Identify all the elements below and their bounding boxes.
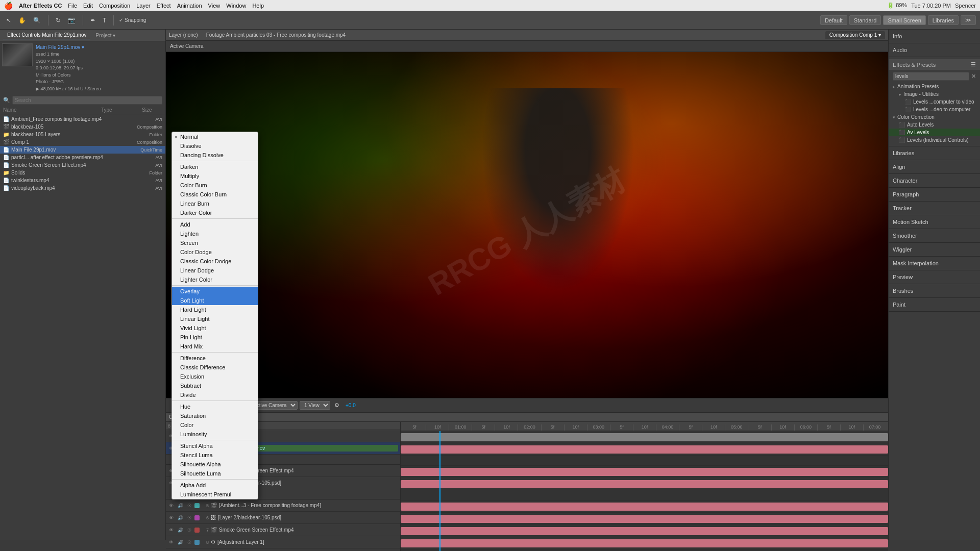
workspace-standard-btn[interactable]: Standard — [849, 15, 881, 25]
blend-hard-light[interactable]: Hard Light — [172, 305, 258, 314]
menu-effect[interactable]: Effect — [157, 3, 171, 9]
menu-layer[interactable]: Layer — [136, 3, 151, 9]
blend-darker-color[interactable]: Darker Color — [172, 208, 258, 217]
effects-tree-auto-levels[interactable]: ⬛ Auto Levels — [889, 121, 980, 129]
hand-tool-btn[interactable]: ✋ — [16, 16, 28, 25]
workspace-default-btn[interactable]: Default — [820, 15, 847, 25]
layer-row-6[interactable]: 👁 🔊 ☉ 6 🖼 [Layer 2/blackbear-105.psd] — [166, 512, 400, 524]
rotate-tool-btn[interactable]: ↻ — [54, 16, 63, 25]
layer-6-audio[interactable]: 🔊 — [177, 515, 184, 520]
blend-color[interactable]: Color — [172, 420, 258, 430]
layer-5-vis[interactable]: 👁 — [168, 503, 175, 508]
blend-luminosity[interactable]: Luminosity — [172, 430, 258, 439]
audio-label[interactable]: Audio — [889, 45, 980, 55]
file-item-blackbear-layers[interactable]: 📁 blackbear-105 Layers Folder — [0, 131, 165, 138]
file-item-twinkle[interactable]: 📄 twinklestars.mp4 AVI — [0, 177, 165, 184]
blend-dissolve[interactable]: Dissolve — [172, 141, 258, 151]
menu-file[interactable]: File — [68, 3, 77, 9]
motion-sketch-label[interactable]: Motion Sketch — [889, 217, 980, 227]
file-item-particl[interactable]: 📄 particl... after effect adobe premiere… — [0, 154, 165, 161]
menu-animation[interactable]: Animation — [177, 3, 202, 9]
layer-6-vis[interactable]: 👁 — [168, 515, 175, 520]
blend-screen[interactable]: Screen — [172, 238, 258, 247]
paragraph-label[interactable]: Paragraph — [889, 190, 980, 199]
layer-8-audio[interactable]: 🔊 — [177, 540, 184, 545]
blend-lighten[interactable]: Lighten — [172, 229, 258, 238]
workspace-expand-btn[interactable]: ≫ — [961, 15, 976, 25]
layer-row-7[interactable]: 👁 🔊 ☉ 7 🎬 Smoke Green Screen Effect.mp4 — [166, 524, 400, 536]
blend-multiply[interactable]: Multiply — [172, 171, 258, 181]
footage-selector[interactable]: Footage Ambient particles 03 - Free comp… — [206, 32, 346, 38]
file-item-comp1[interactable]: 🎬 Comp 1 Composition — [0, 138, 165, 146]
blend-color-burn[interactable]: Color Burn — [172, 181, 258, 190]
brushes-label[interactable]: Brushes — [889, 286, 980, 295]
effects-tree-levels-individual[interactable]: ⬛ Levels (Individual Controls) — [889, 136, 980, 144]
blend-exclusion[interactable]: Exclusion — [172, 372, 258, 381]
comp-tab-comp1[interactable]: Composition Comp 1 ▾ — [825, 31, 885, 39]
menu-edit[interactable]: Edit — [83, 3, 93, 9]
layer-5-solo[interactable]: ☉ — [186, 503, 192, 508]
effects-search-input[interactable] — [893, 72, 969, 81]
blend-silhouette-alpha[interactable]: Silhouette Alpha — [172, 460, 258, 469]
blend-pin-light[interactable]: Pin Light — [172, 333, 258, 342]
layer-row-9[interactable]: 👁 🔊 ☉ 9 🖼 [Background/blackbear-105.psd] — [166, 548, 400, 551]
character-label[interactable]: Character — [889, 176, 980, 185]
blend-linear-burn[interactable]: Linear Burn — [172, 199, 258, 208]
blend-soft-light[interactable]: Soft Light — [172, 296, 258, 305]
blend-stencil-luma[interactable]: Stencil Luma — [172, 450, 258, 460]
blend-vivid-light[interactable]: Vivid Light — [172, 323, 258, 333]
file-item-blackbear105[interactable]: 🎬 blackbear-105 Composition — [0, 123, 165, 131]
viewer-extras-btn[interactable]: ⚙ — [332, 401, 341, 410]
effects-close-icon[interactable]: ✕ — [971, 73, 976, 80]
effects-tree-color-correction[interactable]: ▾ Color Correction — [889, 113, 980, 121]
file-item-smoke[interactable]: 📄 Smoke Green Screen Effect.mp4 AVI — [0, 161, 165, 169]
blend-saturation[interactable]: Saturation — [172, 411, 258, 420]
layer-7-vis[interactable]: 👁 — [168, 528, 175, 533]
menu-window[interactable]: Window — [226, 3, 246, 9]
tab-effect-controls[interactable]: Effect Controls Main File 29p1.mov — [3, 31, 90, 39]
layer-5-audio[interactable]: 🔊 — [177, 503, 184, 508]
effects-tree-levels-from-video[interactable]: ⬛ Levels ...deo to computer — [889, 106, 980, 113]
libraries-label[interactable]: Libraries — [889, 148, 980, 158]
layer-6-solo[interactable]: ☉ — [186, 515, 192, 520]
pen-tool-btn[interactable]: ✒ — [88, 16, 97, 25]
tab-project[interactable]: Project ▾ — [91, 32, 119, 39]
blend-hard-mix[interactable]: Hard Mix — [172, 342, 258, 351]
blend-lighter-color[interactable]: Lighter Color — [172, 275, 258, 284]
file-item-mainfile[interactable]: 📄 Main File 29p1.mov QuickTime — [0, 146, 165, 154]
apple-logo-icon[interactable]: 🍎 — [4, 2, 13, 10]
blend-linear-light[interactable]: Linear Light — [172, 314, 258, 323]
workspace-libraries-btn[interactable]: Libraries — [928, 15, 959, 25]
blend-overlay[interactable]: Overlay — [172, 287, 258, 296]
blend-silhouette-luma[interactable]: Silhouette Luma — [172, 469, 258, 478]
layer-7-audio[interactable]: 🔊 — [177, 528, 184, 533]
blend-color-dodge[interactable]: Color Dodge — [172, 247, 258, 257]
preview-label[interactable]: Preview — [889, 272, 980, 282]
layer-8-vis[interactable]: 👁 — [168, 540, 175, 545]
blend-classic-difference[interactable]: Classic Difference — [172, 363, 258, 372]
view-count-select[interactable]: 1 View — [300, 401, 330, 410]
effects-menu-icon[interactable]: ☰ — [971, 61, 976, 68]
blend-normal[interactable]: Normal — [172, 132, 258, 141]
blend-dancing-dissolve[interactable]: Dancing Dissolve — [172, 151, 258, 160]
layer-selector[interactable]: Layer (none) — [169, 32, 198, 38]
composition-viewer[interactable]: RRCG 人人素材 ▶ ◀ ▶ Quarter Half Full ⬛ Acti… — [166, 52, 888, 412]
layer-8-solo[interactable]: ☉ — [186, 540, 192, 545]
blend-divide[interactable]: Divide — [172, 390, 258, 399]
layer-7-solo[interactable]: ☉ — [186, 528, 192, 533]
zoom-tool-btn[interactable]: 🔍 — [31, 16, 43, 25]
file-item-videoplayback[interactable]: 📄 videoplayback.mp4 AVI — [0, 184, 165, 192]
layer-row-8[interactable]: 👁 🔊 ☉ 8 ⚙ [Adjustment Layer 1] — [166, 536, 400, 548]
blend-classic-color-burn[interactable]: Classic Color Burn — [172, 190, 258, 199]
camera-tool-btn[interactable]: 📷 — [66, 16, 78, 25]
info-label[interactable]: Info — [889, 32, 980, 41]
file-item-solids[interactable]: 📁 Solids Folder — [0, 169, 165, 177]
blend-classic-color-dodge[interactable]: Classic Color Dodge — [172, 257, 258, 266]
paint-label[interactable]: Paint — [889, 300, 980, 309]
blend-difference[interactable]: Difference — [172, 354, 258, 363]
blend-subtract[interactable]: Subtract — [172, 381, 258, 390]
text-tool-btn[interactable]: T — [101, 16, 108, 25]
menu-view[interactable]: View — [208, 3, 220, 9]
file-search-input[interactable] — [12, 96, 162, 105]
wiggler-label[interactable]: Wiggler — [889, 245, 980, 254]
